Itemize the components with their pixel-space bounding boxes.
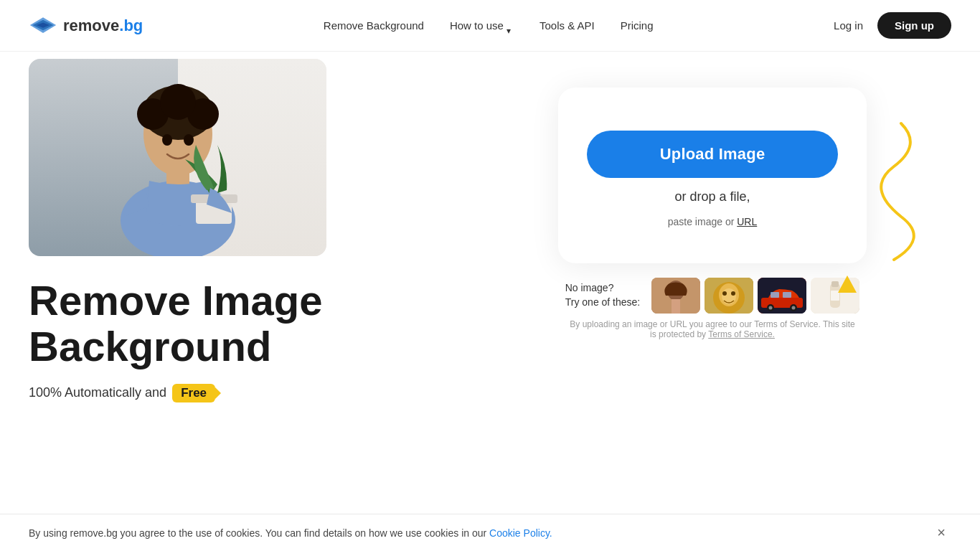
- nav-pricing[interactable]: Pricing: [621, 19, 654, 32]
- cookie-text: By using remove.bg you agree to the use …: [29, 527, 552, 539]
- svg-rect-9: [166, 169, 189, 184]
- svg-point-8: [160, 84, 196, 120]
- tos-link[interactable]: Terms of Service.: [708, 329, 775, 339]
- hero-title: Remove Image Background: [29, 278, 473, 369]
- svg-rect-35: [831, 291, 839, 301]
- paste-text: paste image or URL: [668, 216, 758, 227]
- upload-card: Upload Image or drop a file, paste image…: [558, 88, 867, 263]
- logo-icon: [29, 16, 57, 36]
- svg-rect-34: [831, 281, 839, 287]
- navbar: remove.bg Remove Background How to use T…: [0, 0, 980, 52]
- nav-right: Log in Sign up: [834, 12, 951, 39]
- cookie-close-button[interactable]: ×: [931, 524, 951, 541]
- drop-text: or drop a file,: [674, 189, 750, 204]
- sample-image-3[interactable]: [758, 278, 806, 314]
- logo-text: remove.bg: [63, 17, 143, 35]
- svg-point-12: [162, 134, 172, 146]
- right-side: Upload Image or drop a file, paste image…: [473, 59, 951, 339]
- url-link[interactable]: URL: [737, 216, 757, 227]
- logo[interactable]: remove.bg: [29, 16, 143, 36]
- svg-rect-26: [771, 292, 779, 298]
- nav-remove-background[interactable]: Remove Background: [324, 19, 424, 32]
- login-button[interactable]: Log in: [834, 19, 863, 32]
- sample-image-4[interactable]: [811, 278, 859, 314]
- svg-point-30: [769, 306, 773, 310]
- free-badge: Free: [172, 384, 215, 402]
- nav-links: Remove Background How to use Tools & API…: [324, 19, 654, 32]
- hero-image: [29, 59, 326, 256]
- sample-image-2[interactable]: [705, 278, 753, 314]
- svg-point-23: [731, 291, 735, 296]
- main-content: Remove Image Background 100% Automatical…: [0, 52, 980, 540]
- sample-section: No image? Try one of these:: [565, 278, 860, 314]
- svg-point-31: [792, 306, 796, 310]
- hero-person-svg: [85, 62, 271, 256]
- svg-point-21: [722, 288, 736, 304]
- tos-note: By uploading an image or URL you agree t…: [569, 319, 856, 339]
- nav-tools-api[interactable]: Tools & API: [540, 19, 595, 32]
- cookie-banner: By using remove.bg you agree to the use …: [0, 514, 980, 551]
- svg-rect-17: [672, 299, 680, 314]
- nav-how-to-use[interactable]: How to use: [450, 19, 514, 32]
- sample-images: [651, 278, 859, 314]
- hero-subtitle: 100% Automatically and Free: [29, 384, 473, 402]
- sample-image-1[interactable]: [651, 278, 700, 314]
- sample-text: No image? Try one of these:: [565, 281, 641, 309]
- upload-image-button[interactable]: Upload Image: [587, 131, 838, 178]
- signup-button[interactable]: Sign up: [877, 12, 951, 39]
- chevron-down-icon: [507, 24, 514, 28]
- hero-subtitle-text: 100% Automatically and: [29, 385, 166, 400]
- left-side: Remove Image Background 100% Automatical…: [29, 59, 473, 402]
- cookie-policy-link[interactable]: Cookie Policy.: [489, 527, 552, 539]
- svg-point-22: [722, 291, 727, 296]
- svg-rect-27: [783, 292, 791, 298]
- svg-point-13: [184, 134, 194, 146]
